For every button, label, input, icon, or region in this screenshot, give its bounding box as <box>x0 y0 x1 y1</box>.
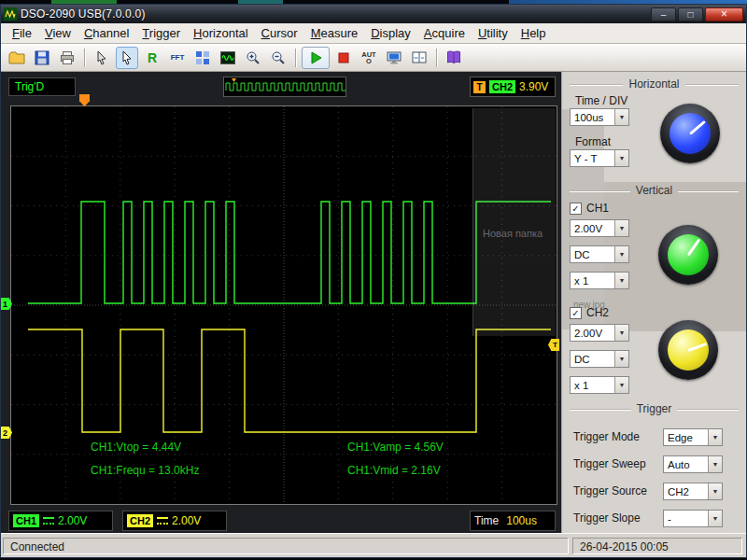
menu-measure[interactable]: Measure <box>304 24 365 42</box>
horizontal-group-title: Horizontal <box>570 77 739 91</box>
ch1-scale-readout: CH1 2.00V <box>8 511 113 531</box>
dropdown-arrow-icon[interactable]: ▼ <box>614 377 628 393</box>
help-book-icon[interactable] <box>443 47 465 69</box>
ch2-scale-readout: CH2 2.00V <box>122 511 227 531</box>
channels-grid-icon[interactable] <box>191 47 214 69</box>
ch2-coupling-select[interactable]: DC ▼ <box>570 350 629 368</box>
measurement-frequ: CH1:Frequ = 13.0kHz <box>91 464 199 477</box>
menu-horizontal[interactable]: Horizontal <box>187 24 255 42</box>
datetime-status: 26-04-2015 00:05 <box>572 538 742 554</box>
app-icon <box>4 7 17 21</box>
display-monitor-icon[interactable] <box>383 47 405 69</box>
pointer-icon[interactable] <box>91 47 113 69</box>
trigger-slope-select[interactable]: - ▼ <box>663 510 723 527</box>
ch1-volts-div: 2.00V <box>58 514 87 527</box>
waveform-preview[interactable] <box>223 77 346 97</box>
minimize-button[interactable]: – <box>651 7 676 21</box>
ch2-probe-select[interactable]: x 1 ▼ <box>570 376 629 394</box>
menu-display[interactable]: Display <box>364 24 417 42</box>
refresh-r-icon[interactable]: R <box>141 47 163 69</box>
scope-client-area: Trig'D T CH2 3.90V Новая папка CH1:Vtop … <box>1 72 561 533</box>
dropdown-arrow-icon[interactable]: ▼ <box>708 483 722 499</box>
ch1-enable-checkbox[interactable]: ✓ CH1 <box>570 202 609 215</box>
trigger-source-value: CH2 <box>664 486 708 497</box>
ch1-badge: CH1 <box>13 514 39 527</box>
trigger-mode-select[interactable]: Edge ▼ <box>663 428 723 446</box>
ch2-badge: CH2 <box>127 514 153 527</box>
trigger-sweep-select[interactable]: Auto ▼ <box>663 455 723 473</box>
background-ghost-text: Новая папка <box>483 228 543 239</box>
dropdown-arrow-icon[interactable]: ▼ <box>614 150 628 166</box>
ch1-coupling-select[interactable]: DC ▼ <box>570 245 629 263</box>
titlebar[interactable]: DSO-2090 USB(7.0.0.0) – □ × <box>1 5 746 23</box>
split-window-icon[interactable] <box>408 47 430 69</box>
dropdown-arrow-icon[interactable]: ▼ <box>614 246 628 262</box>
ch1-vertical-knob[interactable] <box>658 225 718 285</box>
ch2-enable-checkbox[interactable]: ✓ CH2 <box>570 306 609 319</box>
menu-cursor[interactable]: Cursor <box>255 24 304 42</box>
menu-file[interactable]: File <box>6 24 38 42</box>
trigger-level-icon: T <box>473 81 486 93</box>
save-icon[interactable] <box>31 47 53 69</box>
open-icon[interactable] <box>6 47 28 69</box>
dropdown-arrow-icon[interactable]: ▼ <box>614 109 628 125</box>
window-title: DSO-2090 USB(7.0.0.0) <box>21 7 146 21</box>
ch2-vertical-knob[interactable] <box>658 320 718 380</box>
trigger-source-label: Trigger Source <box>573 483 647 500</box>
format-value: Y - T <box>571 153 614 164</box>
menu-channel[interactable]: Channel <box>78 24 135 42</box>
select-cursor-icon[interactable] <box>116 47 138 69</box>
horizontal-knob[interactable] <box>660 104 720 163</box>
print-icon[interactable] <box>56 47 78 69</box>
dropdown-arrow-icon[interactable]: ▼ <box>708 429 722 445</box>
toolbar-separator <box>436 49 437 67</box>
ch1-probe-value: x 1 <box>571 275 614 287</box>
ch1-probe-select[interactable]: x 1 ▼ <box>570 272 629 289</box>
connection-status: Connected <box>3 538 569 554</box>
checkbox-check-icon[interactable]: ✓ <box>570 307 582 319</box>
screen: DSO-2090 USB(7.0.0.0) – □ × File View Ch… <box>0 0 747 560</box>
ch2-volts-select[interactable]: 2.00V ▼ <box>570 324 629 342</box>
close-button[interactable]: × <box>705 7 743 21</box>
measurement-vamp: CH1:Vamp = 4.56V <box>347 441 444 454</box>
time-div-select[interactable]: 100us ▼ <box>570 108 629 126</box>
menu-utility[interactable]: Utility <box>472 24 514 42</box>
trigger-source-select[interactable]: CH2 ▼ <box>663 483 723 500</box>
waveform-icon[interactable] <box>217 47 239 69</box>
trigger-slope-value: - <box>664 513 708 525</box>
time-label: Time <box>474 514 499 527</box>
vertical-group-title: Vertical <box>570 184 739 197</box>
zoom-out-icon[interactable] <box>267 47 289 69</box>
trigger-source-badge: CH2 <box>489 80 515 93</box>
dc-coupling-icon <box>43 517 54 525</box>
dropdown-arrow-icon[interactable]: ▼ <box>614 351 628 367</box>
maximize-button[interactable]: □ <box>678 7 703 21</box>
menu-acquire[interactable]: Acquire <box>417 24 472 42</box>
menu-help[interactable]: Help <box>514 24 553 42</box>
dropdown-arrow-icon[interactable]: ▼ <box>708 456 722 472</box>
toolbar-separator <box>84 49 85 67</box>
glass-reflection-artifact: Новая папка <box>472 108 556 336</box>
zoom-in-icon[interactable] <box>242 47 264 69</box>
format-select[interactable]: Y - T ▼ <box>570 149 629 167</box>
stop-button[interactable] <box>332 47 355 69</box>
ch2-probe-value: x 1 <box>571 380 614 391</box>
start-button[interactable] <box>302 47 330 69</box>
checkbox-check-icon[interactable]: ✓ <box>570 203 582 215</box>
toolbar-separator <box>295 49 296 67</box>
ch1-volts-select[interactable]: 2.00V ▼ <box>570 219 629 237</box>
trigger-mode-value: Edge <box>664 432 708 443</box>
fft-icon[interactable]: FFT <box>166 47 189 69</box>
dropdown-arrow-icon[interactable]: ▼ <box>708 511 722 526</box>
oscilloscope-display[interactable]: Новая папка CH1:Vtop = 4.44V CH1:Frequ =… <box>10 105 557 505</box>
ch2-coupling-value: DC <box>571 354 614 365</box>
dropdown-arrow-icon[interactable]: ▼ <box>614 220 628 236</box>
menu-view[interactable]: View <box>38 24 78 42</box>
autoset-button[interactable]: AUTO <box>358 47 380 69</box>
time-value: 100us <box>506 514 537 527</box>
trigger-slope-label: Trigger Slope <box>573 510 641 527</box>
ch2-checkbox-label: CH2 <box>586 306 609 319</box>
menu-trigger[interactable]: Trigger <box>135 24 187 42</box>
dropdown-arrow-icon[interactable]: ▼ <box>614 325 628 341</box>
dropdown-arrow-icon[interactable]: ▼ <box>614 273 628 288</box>
